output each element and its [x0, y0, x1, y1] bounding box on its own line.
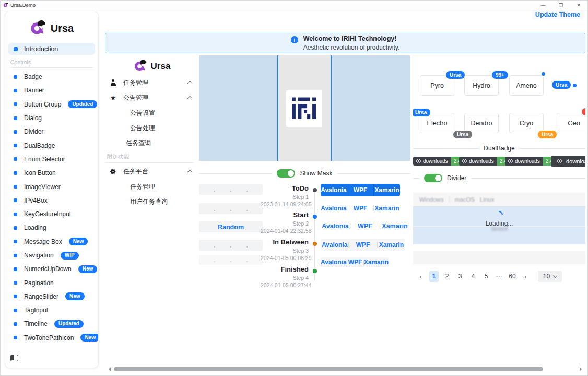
gear-icon — [109, 168, 117, 175]
avalonia-button[interactable]: Avalonia — [321, 205, 347, 212]
scroll-right-icon[interactable] — [580, 367, 584, 371]
timeline-dot-todo — [313, 188, 317, 192]
timeline-item-todo: ToDo Step 1 2023-01-14 09:24:05 — [261, 184, 309, 207]
avalonia-button[interactable]: Avalonia — [321, 241, 348, 249]
sidebar-item-badge[interactable]: Badge — [5, 70, 98, 84]
timeline-dot-start — [313, 215, 317, 219]
page-button-3[interactable]: 3 — [455, 271, 465, 282]
menu-item-task-platform[interactable]: 任务平台 — [105, 164, 199, 178]
random-button[interactable]: Random — [199, 221, 263, 232]
scrollbar-thumb[interactable] — [114, 367, 543, 371]
minimize-icon[interactable]: — — [534, 1, 552, 9]
sidebar-item-taginput[interactable]: TagInput — [5, 303, 98, 317]
app-logo-icon — [3, 2, 8, 7]
page-size-select[interactable]: 10 — [538, 271, 562, 282]
timeline-item-in-between: In Between Step 3 2024-01-05 00:08:29 — [261, 238, 309, 261]
star-icon: ★ — [109, 95, 117, 101]
wpf-button[interactable]: WPF — [349, 241, 377, 249]
item-bullet-icon — [14, 254, 17, 257]
button-group-compact: Avalonia WPF Xamarin — [321, 257, 389, 267]
chevron-down-icon — [553, 273, 557, 277]
menu-item-task-mgmt[interactable]: 任务管理 — [105, 76, 199, 89]
sidebar-item-ipv4box[interactable]: IPv4Box — [5, 194, 98, 207]
chevron-up-icon[interactable] — [187, 170, 193, 175]
xamarin-button[interactable]: Xamarin — [374, 205, 400, 212]
menu-item-notice-handle[interactable]: 公告处理 — [105, 121, 199, 135]
menu-item-user-task-query[interactable]: 用户任务查询 — [105, 195, 199, 208]
sidebar-item-keygestureinput[interactable]: KeyGestureInput — [5, 207, 98, 221]
sidebar-item-message-box[interactable]: Message BoxNew — [5, 235, 98, 249]
ipv4-input[interactable]: ... — [199, 203, 263, 214]
sidebar-item-divider[interactable]: Divider — [5, 125, 98, 138]
sidebar-item-navigation[interactable]: NavigationWIP — [5, 249, 98, 262]
tab-windows[interactable]: Windows — [419, 196, 444, 203]
divider-toggle[interactable] — [424, 174, 442, 182]
tab-macos[interactable]: macOS — [455, 196, 475, 203]
menu-item-notice-settings[interactable]: 公告设置 — [105, 106, 199, 120]
divider-line — [413, 58, 585, 58]
chevron-up-icon[interactable] — [187, 96, 193, 101]
sidebar-item-rangeslider[interactable]: RangeSliderNew — [5, 290, 98, 303]
tab-linux[interactable]: Linux — [480, 196, 495, 203]
wpf-button[interactable]: WPF — [347, 184, 374, 196]
sidebar-item-loading[interactable]: Loading — [5, 221, 98, 234]
sidebar-collapse-icon[interactable] — [10, 355, 18, 361]
sidebar-item-numericupdown[interactable]: NumericUpDownNew — [5, 262, 98, 276]
menu-item-notice-mgmt[interactable]: ★ 公告管理 — [105, 91, 199, 104]
avalonia-button[interactable]: Avalonia — [321, 184, 347, 196]
avalonia-button[interactable]: Avalonia — [321, 222, 350, 230]
timeline-dot-in-between — [313, 242, 317, 246]
item-bullet-icon — [14, 281, 17, 285]
welcome-banner: i Welcome to IRIHI Technology! Aesthetic… — [105, 33, 585, 53]
sidebar-item-introduction[interactable]: Introduction — [8, 43, 95, 55]
viewer-guide-line[interactable] — [277, 55, 278, 161]
page-button-5[interactable]: 5 — [481, 271, 491, 282]
xamarin-button[interactable]: Xamarin — [378, 241, 405, 249]
menu-item-task-query[interactable]: 任务查询 — [105, 136, 199, 150]
page-button-4[interactable]: 4 — [468, 271, 478, 282]
sidebar-item-dualbadge[interactable]: DualBadge — [5, 138, 98, 152]
os-tab-strip: Windows macOS Linux — [413, 193, 585, 206]
horizontal-scrollbar[interactable] — [105, 366, 585, 372]
sidebar-item-button-group[interactable]: Button GroupUpdated — [5, 98, 98, 111]
sidebar-item-dialog[interactable]: Dialog — [5, 111, 98, 125]
divider-line — [413, 148, 479, 149]
item-bullet-icon — [14, 267, 17, 271]
divider-line — [337, 173, 410, 174]
maximize-icon[interactable]: ❐ — [552, 1, 570, 9]
wpf-button[interactable]: WPF — [347, 205, 373, 212]
sidebar-item-timeline[interactable]: TimelineUpdated — [5, 317, 98, 331]
sidebar-item-enum-selector[interactable]: Enum Selector — [5, 152, 98, 166]
xamarin-button[interactable]: Xamarin — [380, 222, 409, 230]
chevron-up-icon[interactable] — [187, 81, 193, 86]
update-theme-button[interactable]: Update Theme — [532, 10, 583, 19]
sidebar-item-twotonepathicon[interactable]: TwoTonePathIconNew — [5, 331, 98, 345]
viewer-guide-line[interactable] — [331, 55, 332, 161]
sidebar-item-banner[interactable]: Banner — [5, 84, 98, 97]
prev-page-button[interactable]: ‹ — [416, 271, 426, 282]
sidebar-item-pagination[interactable]: Pagination — [5, 276, 98, 289]
menu-item-task-mgmt-2[interactable]: 任务管理 — [105, 180, 199, 193]
avalonia-button[interactable]: Avalonia — [321, 258, 347, 266]
sidebar-item-icon-button[interactable]: Icon Button — [5, 166, 98, 180]
page-button-2[interactable]: 2 — [442, 271, 452, 282]
ipv4-input[interactable]: ... — [199, 184, 263, 195]
next-page-button[interactable]: › — [521, 271, 530, 282]
loading-demo: Loading... Stretch — [413, 206, 585, 244]
show-mask-row: Show Mask — [199, 169, 410, 178]
xamarin-button[interactable]: Xamarin — [374, 184, 400, 196]
ursa-logo-icon — [30, 19, 46, 38]
red-dot-badge — [582, 108, 585, 115]
image-viewer[interactable] — [199, 55, 410, 161]
sidebar-item-imageviewer[interactable]: ImageViewer — [5, 180, 98, 193]
scroll-left-icon[interactable] — [107, 367, 111, 371]
ipv4-input[interactable]: ... — [199, 240, 263, 251]
wpf-button[interactable]: WPF — [347, 258, 363, 266]
close-icon[interactable]: ✕ — [570, 1, 587, 9]
sidebar-logo-text: Ursa — [51, 22, 74, 34]
page-button-60[interactable]: 60 — [508, 271, 517, 282]
page-button-1[interactable]: 1 — [429, 271, 439, 282]
show-mask-toggle[interactable] — [277, 169, 295, 178]
wpf-button[interactable]: WPF — [350, 222, 380, 230]
xamarin-button[interactable]: Xamarin — [364, 258, 389, 266]
